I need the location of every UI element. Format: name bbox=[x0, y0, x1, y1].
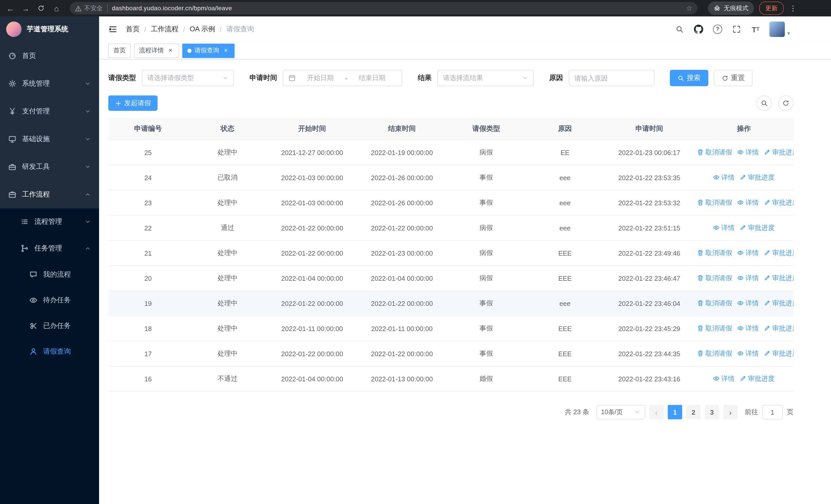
sidebar-item-process-mgmt[interactable]: 流程管理 bbox=[0, 208, 99, 235]
check-circle-icon bbox=[29, 322, 37, 330]
cancel-leave-link[interactable]: 取消请假 bbox=[697, 273, 732, 283]
sidebar: 芋道管理系统 首页 系统管理 支付管理 基础设施 bbox=[0, 17, 99, 504]
approval-progress-link[interactable]: 审批进度 bbox=[764, 324, 794, 333]
breadcrumb-oa[interactable]: OA 示例 bbox=[190, 25, 215, 34]
approval-progress-link[interactable]: 审批进度 bbox=[740, 374, 775, 383]
row-apply-id: 20 bbox=[108, 266, 188, 291]
screen: ← → ⌂ 不安全 dashboard.yudao.iocoder.cn/bpm… bbox=[0, 0, 831, 504]
star-icon[interactable]: ☆ bbox=[686, 4, 692, 12]
detail-link[interactable]: 详情 bbox=[737, 349, 759, 358]
pagination-total: 共 23 条 bbox=[565, 408, 589, 417]
toggle-search-button[interactable] bbox=[756, 95, 772, 111]
detail-link[interactable]: 详情 bbox=[737, 198, 759, 207]
row-status: 处理中 bbox=[188, 341, 267, 366]
approval-progress-link[interactable]: 审批进度 bbox=[764, 273, 794, 283]
approval-progress-link[interactable]: 审批进度 bbox=[740, 223, 775, 233]
url-text[interactable]: dashboard.yudao.iocoder.cn/bpm/oa/leave bbox=[112, 5, 682, 12]
tab-home[interactable]: 首页 bbox=[108, 43, 131, 58]
approval-progress-link[interactable]: 审批进度 bbox=[764, 299, 794, 308]
close-icon[interactable]: × bbox=[167, 47, 174, 54]
user-menu[interactable]: ▼ bbox=[769, 22, 791, 37]
row-leave-type: 事假 bbox=[447, 190, 525, 215]
table-row: 19处理中2022-01-22 00:00:002022-01-22 00:00… bbox=[108, 291, 794, 316]
sidebar-item-todo-tasks[interactable]: 待办任务 bbox=[0, 288, 99, 313]
detail-link[interactable]: 详情 bbox=[737, 299, 759, 308]
back-icon[interactable]: ← bbox=[3, 1, 18, 16]
leave-type-select[interactable]: 请选择请假类型 bbox=[142, 70, 234, 86]
sidebar-item-done-tasks[interactable]: 已办任务 bbox=[0, 313, 99, 339]
reset-button[interactable]: 重置 bbox=[714, 70, 752, 86]
detail-link[interactable]: 详情 bbox=[713, 173, 735, 182]
cancel-leave-link[interactable]: 取消请假 bbox=[697, 148, 732, 157]
eye-icon bbox=[737, 300, 744, 307]
fullscreen-icon[interactable] bbox=[732, 24, 742, 34]
cancel-leave-link[interactable]: 取消请假 bbox=[697, 349, 732, 358]
detail-link[interactable]: 详情 bbox=[737, 273, 759, 283]
detail-link[interactable]: 详情 bbox=[713, 223, 735, 233]
cancel-leave-link[interactable]: 取消请假 bbox=[697, 198, 732, 207]
sidebar-item-workflow[interactable]: 工作流程 bbox=[0, 181, 99, 208]
sidebar-item-devtools[interactable]: 研发工具 bbox=[0, 153, 99, 181]
approval-progress-link[interactable]: 审批进度 bbox=[764, 148, 794, 157]
result-select[interactable]: 请选择流结果 bbox=[437, 70, 534, 86]
forward-icon[interactable]: → bbox=[19, 1, 33, 16]
select-placeholder: 请选择请假类型 bbox=[147, 73, 194, 83]
breadcrumb-home[interactable]: 首页 bbox=[126, 25, 140, 34]
page-button-1[interactable]: 1 bbox=[668, 405, 682, 419]
approval-progress-link[interactable]: 审批进度 bbox=[764, 349, 794, 358]
cancel-leave-link[interactable]: 取消请假 bbox=[697, 299, 732, 308]
page-button-3[interactable]: 3 bbox=[705, 405, 719, 419]
detail-link[interactable]: 详情 bbox=[737, 148, 759, 157]
approval-progress-link[interactable]: 审批进度 bbox=[764, 248, 794, 258]
calendar-icon bbox=[288, 75, 296, 82]
sidebar-item-leave-query[interactable]: 请假查询 bbox=[0, 339, 99, 364]
search-button[interactable]: 搜索 bbox=[670, 70, 708, 86]
breadcrumb-workflow[interactable]: 工作流程 bbox=[151, 25, 179, 34]
font-size-icon[interactable]: TT bbox=[750, 24, 761, 34]
refresh-table-button[interactable] bbox=[778, 95, 794, 111]
row-actions: 详情审批进度 bbox=[694, 165, 794, 190]
goto-page-input[interactable] bbox=[762, 405, 783, 419]
eye-icon bbox=[737, 350, 744, 357]
detail-link[interactable]: 详情 bbox=[737, 248, 759, 258]
github-icon[interactable] bbox=[693, 24, 704, 34]
sidebar-item-home[interactable]: 首页 bbox=[0, 42, 99, 70]
kebab-menu-icon[interactable]: ⋮ bbox=[788, 4, 798, 12]
prev-page-button[interactable]: ‹ bbox=[649, 405, 664, 419]
approval-progress-link[interactable]: 审批进度 bbox=[740, 173, 775, 182]
page-button-2[interactable]: 2 bbox=[686, 405, 700, 419]
leave-type-label: 请假类型 bbox=[108, 73, 136, 83]
detail-link[interactable]: 详情 bbox=[737, 324, 759, 333]
apply-time-range-picker[interactable]: 开始日期 - 结束日期 bbox=[283, 70, 402, 86]
sidebar-item-payment[interactable]: 支付管理 bbox=[0, 97, 99, 125]
next-page-button[interactable]: › bbox=[723, 405, 738, 419]
reload-icon[interactable] bbox=[34, 1, 48, 16]
sidebar-item-my-process[interactable]: 我的流程 bbox=[0, 262, 99, 288]
create-leave-button[interactable]: 发起请假 bbox=[108, 95, 157, 111]
home-icon[interactable]: ⌂ bbox=[49, 1, 64, 16]
update-button[interactable]: 更新 bbox=[759, 2, 784, 15]
address-bar[interactable]: 不安全 dashboard.yudao.iocoder.cn/bpm/oa/le… bbox=[70, 2, 697, 14]
list-icon bbox=[21, 217, 29, 226]
detail-link[interactable]: 详情 bbox=[713, 374, 735, 383]
row-actions: 详情审批进度 bbox=[694, 366, 794, 391]
sidebar-item-system[interactable]: 系统管理 bbox=[0, 70, 99, 97]
sidebar-item-task-mgmt[interactable]: 任务管理 bbox=[0, 235, 99, 262]
close-icon[interactable]: × bbox=[222, 47, 229, 54]
reason-input[interactable] bbox=[569, 70, 654, 86]
page-size-select[interactable]: 10条/页 bbox=[596, 405, 645, 419]
cancel-leave-link[interactable]: 取消请假 bbox=[697, 324, 732, 333]
sidebar-toggle-icon[interactable] bbox=[104, 21, 122, 38]
sidebar-item-infra[interactable]: 基础设施 bbox=[0, 125, 99, 153]
tab-process-detail[interactable]: 流程详情 × bbox=[134, 43, 179, 58]
chevron-down-icon bbox=[85, 136, 91, 142]
row-status: 通过 bbox=[188, 215, 267, 240]
help-icon[interactable]: ? bbox=[712, 24, 723, 34]
tab-leave-query[interactable]: 请假查询 × bbox=[182, 43, 235, 58]
search-icon[interactable] bbox=[675, 24, 685, 34]
approval-progress-link[interactable]: 审批进度 bbox=[764, 198, 794, 207]
security-warning-chip[interactable]: 不安全 bbox=[75, 4, 108, 12]
row-apply-id: 22 bbox=[108, 215, 188, 240]
app-logo[interactable]: 芋道管理系统 bbox=[0, 17, 99, 42]
cancel-leave-link[interactable]: 取消请假 bbox=[697, 248, 732, 258]
